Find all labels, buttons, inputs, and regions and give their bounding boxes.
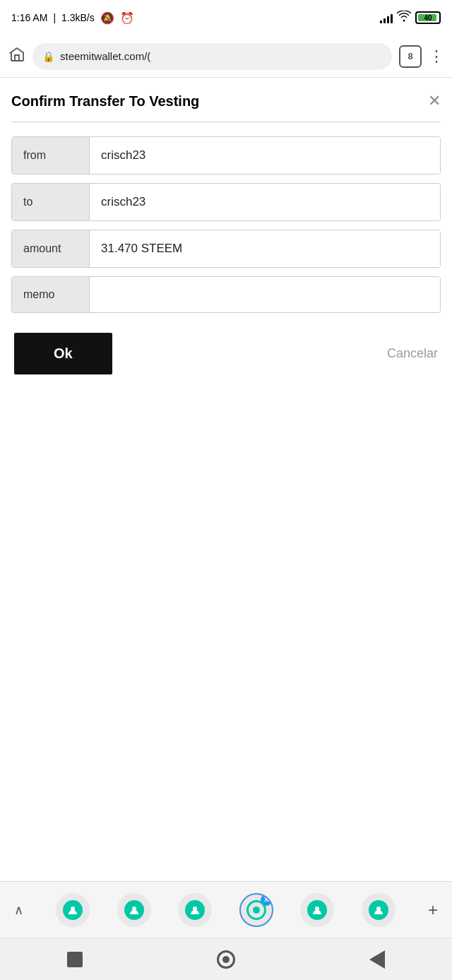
memo-field-row: memo [11, 276, 441, 313]
to-value: crisch23 [90, 184, 440, 220]
back-button[interactable] [369, 950, 385, 969]
menu-dots-icon[interactable]: ⋮ [429, 47, 444, 66]
button-row: Ok Cancelar [11, 333, 441, 374]
stop-button[interactable] [67, 952, 83, 967]
time-label: 1:16 AM [11, 12, 47, 23]
status-left: 1:16 AM | 1.3kB/s 🔕 ⏰ [11, 11, 134, 25]
home-button[interactable] [217, 950, 235, 969]
tab-2[interactable] [117, 893, 151, 927]
to-label: to [12, 184, 90, 220]
speed-label: 1.3kB/s [61, 12, 95, 23]
bottom-nav [0, 938, 452, 980]
signal-icon [380, 12, 393, 23]
separator: | [53, 12, 56, 23]
status-bar: 1:16 AM | 1.3kB/s 🔕 ⏰ 40 [0, 0, 452, 35]
close-icon[interactable]: ✕ [428, 92, 441, 110]
memo-value[interactable] [90, 277, 440, 312]
battery-indicator: 40 [415, 11, 441, 24]
main-content: Confirm Transfer To Vesting ✕ from crisc… [0, 78, 452, 389]
nav-up-arrow[interactable]: ∧ [8, 897, 29, 923]
amount-label: amount [12, 230, 90, 267]
notification-icon: 🔕 [100, 11, 114, 25]
ok-button[interactable]: Ok [14, 333, 112, 374]
to-field-row: to crisch23 [11, 183, 441, 221]
amount-field-row: amount 31.470 STEEM [11, 230, 441, 268]
dialog-divider [11, 122, 441, 122]
lock-icon: 🔒 [42, 51, 54, 62]
tab-3[interactable] [178, 893, 212, 927]
bottom-tab-bar: ∧ ✕ [0, 881, 452, 938]
tab-4-active[interactable]: ✕ [239, 893, 273, 927]
browser-bar: 🔒 steemitwallet.com/( 8 ⋮ [0, 35, 452, 78]
from-label: from [12, 137, 90, 174]
tab-count[interactable]: 8 [399, 45, 422, 68]
wifi-icon [397, 11, 411, 25]
amount-value: 31.470 STEEM [90, 230, 440, 267]
tab-5[interactable] [300, 893, 334, 927]
status-right: 40 [380, 11, 441, 25]
tab-1[interactable] [56, 893, 90, 927]
url-text: steemitwallet.com/( [60, 50, 150, 62]
dialog-header: Confirm Transfer To Vesting ✕ [11, 92, 441, 110]
new-tab-button[interactable]: + [422, 895, 444, 926]
cancel-button[interactable]: Cancelar [387, 346, 438, 361]
home-icon[interactable] [8, 46, 25, 67]
tab-6[interactable] [362, 893, 396, 927]
alarm-icon: ⏰ [120, 11, 134, 25]
from-field-row: from crisch23 [11, 136, 441, 175]
dialog-title: Confirm Transfer To Vesting [11, 93, 199, 110]
memo-label: memo [12, 277, 90, 312]
from-value: crisch23 [90, 137, 440, 174]
url-bar[interactable]: 🔒 steemitwallet.com/( [32, 43, 392, 70]
